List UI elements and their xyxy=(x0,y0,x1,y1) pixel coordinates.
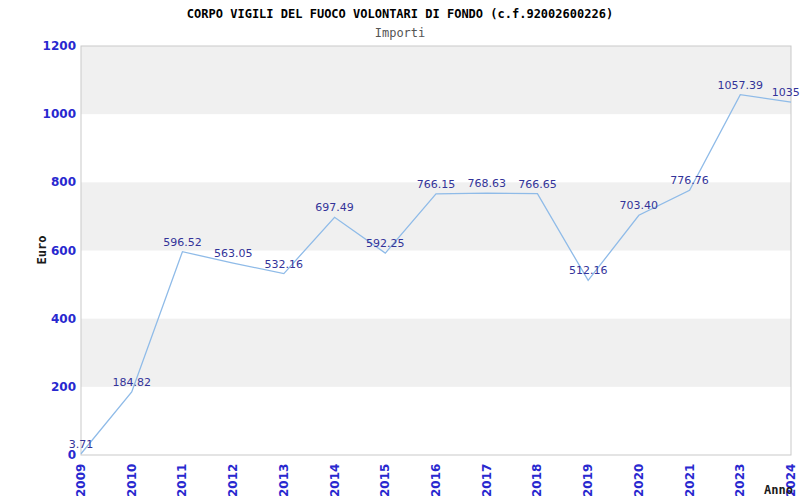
x-tick-label: 2010 xyxy=(125,464,139,497)
data-point-label: 512.16 xyxy=(569,264,608,277)
x-tick-label: 2023 xyxy=(733,464,747,497)
data-point-label: 766.15 xyxy=(417,178,456,191)
data-point-label: 3.71 xyxy=(69,438,94,451)
y-tick-label: 400 xyxy=(51,312,76,326)
x-axis-title: Anno xyxy=(764,483,793,497)
x-tick-label: 2019 xyxy=(581,464,595,497)
data-point-label: 766.65 xyxy=(518,178,557,191)
data-point-label: 563.05 xyxy=(214,247,253,260)
data-point-label: 184.82 xyxy=(112,376,151,389)
x-tick-label: 2018 xyxy=(530,464,544,497)
data-point-label: 697.49 xyxy=(315,201,354,214)
x-tick-label: 2011 xyxy=(175,464,189,497)
data-line xyxy=(81,95,791,454)
x-tick-label: 2015 xyxy=(378,464,392,497)
x-tick-label: 2009 xyxy=(74,464,88,497)
chart-page: CORPO VIGILI DEL FUOCO VOLONTARI DI FOND… xyxy=(0,0,800,500)
data-point-label: 592.25 xyxy=(366,237,405,250)
x-tick-label: 2016 xyxy=(429,464,443,497)
y-axis-title: Euro xyxy=(35,236,49,265)
x-tick-label: 2020 xyxy=(632,464,646,497)
x-tick-label: 2012 xyxy=(226,464,240,497)
data-point-label: 768.63 xyxy=(467,177,506,190)
plot-band xyxy=(81,46,791,114)
y-tick-label: 1000 xyxy=(43,107,76,121)
x-tick-label: 2013 xyxy=(277,464,291,497)
data-point-label: 1035.4 xyxy=(772,86,800,99)
x-tick-label: 2021 xyxy=(683,464,697,497)
y-tick-label: 200 xyxy=(51,380,76,394)
x-tick-label: 2017 xyxy=(480,464,494,497)
y-tick-label: 1200 xyxy=(43,39,76,53)
line-chart: 0200400600800100012002009201020112012201… xyxy=(0,0,800,500)
data-point-label: 703.40 xyxy=(620,199,659,212)
plot-band xyxy=(81,319,791,387)
data-point-label: 776.76 xyxy=(670,174,709,187)
y-tick-label: 800 xyxy=(51,175,76,189)
y-tick-label: 600 xyxy=(51,244,76,258)
data-point-label: 596.52 xyxy=(163,236,202,249)
data-point-label: 1057.39 xyxy=(718,79,764,92)
x-tick-label: 2014 xyxy=(328,464,342,497)
data-point-label: 532.16 xyxy=(265,258,304,271)
